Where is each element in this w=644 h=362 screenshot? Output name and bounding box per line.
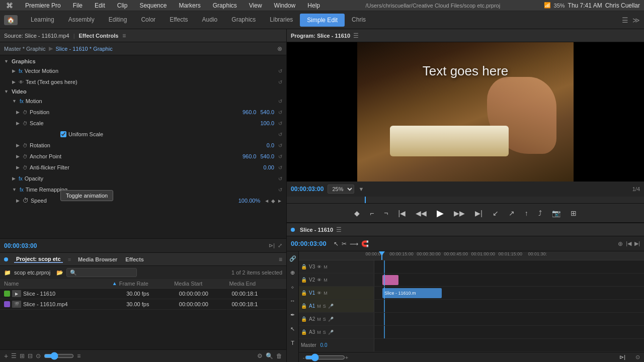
tab-graphics[interactable]: Graphics bbox=[224, 13, 263, 27]
program-monitor-menu-icon[interactable]: ☰ bbox=[353, 32, 359, 39]
tab-libraries[interactable]: Libraries bbox=[263, 13, 300, 27]
menu-sequence[interactable]: Sequence bbox=[137, 2, 169, 9]
position-stopwatch-icon[interactable]: ⏱ bbox=[23, 110, 28, 115]
extract-button[interactable]: ⤴ bbox=[536, 208, 544, 219]
text-row[interactable]: ▶ 👁 Text (Text goes here) ↺ bbox=[0, 76, 286, 87]
tc-expand-icon[interactable]: ⤢ bbox=[278, 242, 282, 249]
position-reset[interactable]: ↺ bbox=[278, 110, 282, 115]
rotation-row[interactable]: ▶ ⏱ Rotation 0.0 ↺ bbox=[0, 140, 286, 151]
tab-media-browser[interactable]: Media Browser bbox=[76, 256, 119, 262]
delete-icon[interactable]: 🗑 bbox=[276, 352, 282, 359]
tl-razor-tool[interactable]: ✂ bbox=[342, 240, 347, 247]
speed-prev-kf-icon[interactable]: ◄ bbox=[264, 198, 269, 204]
scale-value[interactable]: 100.0 bbox=[260, 120, 274, 126]
graphics-expand-icon[interactable]: ▼ bbox=[4, 59, 9, 64]
v2-clip[interactable] bbox=[382, 275, 398, 285]
v1-eye-icon[interactable]: 👁 bbox=[317, 291, 321, 296]
opacity-row[interactable]: ▶ fx Opacity ↺ bbox=[0, 173, 286, 184]
v2-mute-icon[interactable]: M bbox=[324, 278, 328, 283]
anchor-reset[interactable]: ↺ bbox=[278, 154, 282, 159]
new-item-icon[interactable]: + bbox=[4, 352, 8, 360]
workspace-menu-icon[interactable]: ☰ bbox=[622, 16, 628, 24]
sort-icon[interactable]: ≡ bbox=[77, 352, 80, 359]
breadcrumb-active[interactable]: Slice - 11610 * Graphic bbox=[56, 46, 113, 52]
sort-arrow-icon[interactable]: ▲ bbox=[112, 281, 117, 287]
mark-out-button[interactable]: ¬ bbox=[381, 208, 390, 219]
tab-chris[interactable]: Chris bbox=[345, 13, 373, 27]
menu-window[interactable]: Window bbox=[272, 2, 298, 9]
motion-row[interactable]: ▼ fx Motion ↺ bbox=[0, 96, 286, 107]
rotation-stopwatch-icon[interactable]: ⏱ bbox=[23, 143, 28, 148]
scale-row[interactable]: ▶ ⏱ Scale 100.0 ↺ bbox=[0, 118, 286, 129]
tr-expand-icon[interactable]: ▼ bbox=[12, 187, 17, 192]
workspace-expand-icon[interactable]: ≫ bbox=[632, 16, 640, 24]
tab-assembly[interactable]: Assembly bbox=[61, 13, 102, 27]
menu-graphics[interactable]: Graphics bbox=[211, 2, 239, 9]
tl-go-next[interactable]: ▶| bbox=[634, 240, 640, 247]
tab-editing[interactable]: Editing bbox=[102, 13, 134, 27]
breadcrumb-root[interactable]: Master * Graphic bbox=[4, 46, 46, 52]
a2-mic-icon[interactable]: 🎤 bbox=[328, 317, 334, 322]
vt-select-tool[interactable]: ↖ bbox=[288, 324, 298, 334]
rotation-reset[interactable]: ↺ bbox=[278, 143, 282, 148]
v1-lock-icon[interactable]: 🔒 bbox=[301, 290, 307, 296]
anti-flicker-value[interactable]: 0.00 bbox=[264, 164, 274, 170]
a2-lock-icon[interactable]: 🔒 bbox=[301, 316, 307, 322]
tab-project[interactable]: Project: scop etc bbox=[14, 256, 63, 263]
a3-solo-btn[interactable]: S bbox=[323, 330, 326, 335]
automate-icon[interactable]: ⊙ bbox=[36, 352, 41, 359]
tab-effects-panel[interactable]: Effects bbox=[123, 256, 146, 262]
tab-effects[interactable]: Effects bbox=[163, 13, 195, 27]
project-search-input[interactable] bbox=[66, 268, 137, 277]
settings-icon[interactable]: ⚙ bbox=[257, 352, 263, 359]
speed-value[interactable]: 100.00% bbox=[238, 198, 260, 204]
text-reset[interactable]: ↺ bbox=[278, 79, 282, 85]
text-eye-icon[interactable]: 👁 bbox=[19, 79, 24, 85]
tl-zoom-in-icon[interactable]: + bbox=[345, 354, 348, 360]
vt-timeline-markers[interactable]: ⬦ bbox=[288, 282, 298, 292]
icon-view-icon[interactable]: ⊞ bbox=[20, 352, 25, 359]
tl-magnet-icon[interactable]: 🧲 bbox=[361, 240, 369, 247]
timeline-timecode[interactable]: 00:00:03:00 bbox=[291, 240, 327, 247]
effect-controls-timecode[interactable]: 00:00:03:00 bbox=[4, 242, 37, 249]
effect-controls-menu-icon[interactable]: ≡ bbox=[122, 32, 126, 39]
tl-zoom-slider[interactable] bbox=[305, 353, 345, 361]
go-to-in-button[interactable]: |◀ bbox=[396, 208, 409, 219]
vt-text-tool[interactable]: T bbox=[288, 338, 298, 348]
project-item-1[interactable]: ▶ Slice - 11610 30.00 fps 00:00:00:00 00… bbox=[0, 289, 286, 299]
step-forward-button[interactable]: ▶▶ bbox=[451, 208, 467, 219]
v2-lock-icon[interactable]: 🔒 bbox=[301, 277, 307, 283]
a3-mute-btn[interactable]: M bbox=[317, 330, 321, 335]
step-back-button[interactable]: ◀◀ bbox=[413, 208, 429, 219]
vt-link-icon[interactable]: 🔗 bbox=[288, 253, 298, 263]
v1-clip[interactable]: Slice - 11610.m bbox=[382, 288, 442, 298]
v3-mute-icon[interactable]: M bbox=[324, 264, 328, 269]
tl-go-prev[interactable]: |◀ bbox=[626, 240, 631, 247]
anti-flicker-row[interactable]: ▶ ⏱ Anti-flicker Filter 0.00 ↺ bbox=[0, 162, 286, 173]
list-view-icon[interactable]: ☰ bbox=[11, 352, 17, 359]
position-y-value[interactable]: 540.0 bbox=[260, 109, 274, 115]
search-icon[interactable]: 🔍 bbox=[266, 352, 273, 359]
a1-lock-icon[interactable]: 🔒 bbox=[301, 303, 307, 309]
af-stopwatch-icon[interactable]: ⏱ bbox=[23, 165, 28, 170]
v2-eye-icon[interactable]: 👁 bbox=[317, 278, 321, 283]
tab-simple-edit[interactable]: Simple Edit bbox=[300, 14, 345, 27]
play-button[interactable]: ▶ bbox=[434, 206, 446, 220]
time-remapping-row[interactable]: ▼ fx Time Remapping ↺ bbox=[0, 184, 286, 195]
effect-controls-title[interactable]: Effect Controls bbox=[79, 33, 119, 39]
apple-menu[interactable]: ⌘ bbox=[4, 2, 15, 10]
vector-motion-row[interactable]: ▶ fx Vector Motion ↺ bbox=[0, 65, 286, 76]
position-x-value[interactable]: 960.0 bbox=[243, 109, 257, 115]
tc-send-to-start-icon[interactable]: ⊳| bbox=[269, 242, 275, 249]
speed-clock-icon[interactable]: ⏱ bbox=[23, 197, 29, 204]
menu-file[interactable]: File bbox=[71, 2, 85, 9]
button-editor-button[interactable]: ⊞ bbox=[568, 208, 579, 219]
a2-solo-btn[interactable]: S bbox=[323, 317, 326, 322]
freeform-view-icon[interactable]: ⊟ bbox=[28, 352, 33, 359]
project-menu-icon[interactable]: ≡ bbox=[279, 256, 282, 263]
tab-color[interactable]: Color bbox=[134, 13, 163, 27]
export-frame-button[interactable]: 📷 bbox=[549, 208, 563, 219]
vt-expand-icon[interactable]: ↔ bbox=[288, 296, 298, 306]
speed-next-kf-icon[interactable]: ► bbox=[277, 198, 282, 204]
menu-help[interactable]: Help bbox=[305, 2, 322, 9]
